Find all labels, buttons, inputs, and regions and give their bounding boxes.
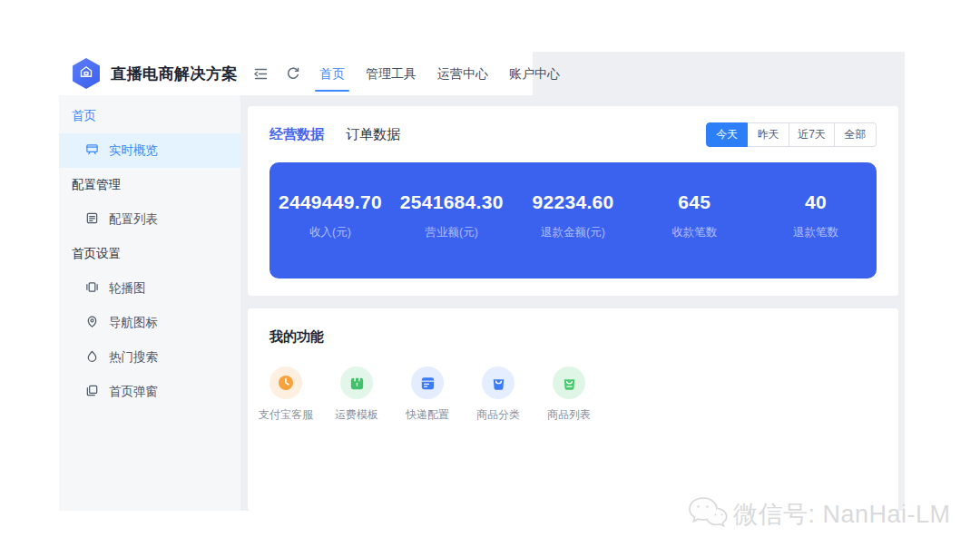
stat-label: 退款金额(元) bbox=[513, 225, 634, 240]
realtime-overview-icon bbox=[85, 142, 99, 159]
stat-label: 退款笔数 bbox=[755, 225, 877, 240]
function-label: 运费模板 bbox=[321, 407, 392, 423]
express-box-icon bbox=[411, 366, 444, 399]
filter-all-button[interactable]: 全部 bbox=[835, 122, 877, 147]
stats-summary-panel: 2449449.70 收入(元) 2541684.30 营业额(元) 92234… bbox=[270, 162, 877, 278]
sidebar-item-carousel[interactable]: 轮播图 bbox=[59, 271, 240, 306]
top-nav-tabs: 首页 管理工具 运营中心 账户中心 bbox=[319, 52, 560, 95]
functions-title: 我的功能 bbox=[270, 328, 877, 346]
function-label: 商品列表 bbox=[534, 407, 604, 423]
my-functions-card: 我的功能 支付宝客服 bbox=[248, 308, 898, 511]
sidebar-item-hot-search[interactable]: 热门搜索 bbox=[59, 340, 240, 375]
stat-value: 92234.60 bbox=[513, 191, 634, 213]
config-list-icon bbox=[85, 211, 99, 228]
nav-pin-icon bbox=[85, 315, 99, 331]
function-label: 快递配置 bbox=[392, 407, 463, 423]
carousel-icon bbox=[85, 280, 99, 297]
stat-payment-count: 645 收款笔数 bbox=[633, 191, 755, 249]
function-shipping-template[interactable]: 运费模板 bbox=[321, 366, 392, 423]
function-label: 支付宝客服 bbox=[250, 407, 321, 423]
stat-label: 收入(元) bbox=[270, 225, 391, 240]
tab-operation-center[interactable]: 运营中心 bbox=[437, 52, 488, 95]
hot-search-icon bbox=[85, 349, 99, 366]
refresh-icon[interactable] bbox=[286, 66, 300, 81]
sidebar-item-home-popup[interactable]: 首页弹窗 bbox=[59, 375, 240, 409]
stat-refund-amount: 92234.60 退款金额(元) bbox=[513, 191, 634, 249]
sidebar-item-realtime-overview[interactable]: 实时概览 bbox=[59, 133, 240, 168]
sidebar-item-label: 首页弹窗 bbox=[109, 384, 158, 400]
bag-icon bbox=[553, 366, 585, 399]
bag-icon bbox=[482, 366, 514, 399]
app-title: 直播电商解决方案 bbox=[111, 64, 238, 84]
date-filter-group: 今天 昨天 近7天 全部 bbox=[706, 122, 877, 147]
stat-refund-count: 40 退款笔数 bbox=[755, 191, 877, 249]
sidebar-group-home-settings[interactable]: 首页设置 bbox=[59, 237, 240, 271]
sidebar-item-label: 配置列表 bbox=[109, 211, 158, 228]
function-label: 商品分类 bbox=[463, 407, 534, 423]
tab-business-data[interactable]: 经营数据 bbox=[270, 126, 324, 143]
stat-value: 2541684.30 bbox=[391, 191, 513, 213]
sidebar-item-label: 轮播图 bbox=[109, 280, 146, 297]
sidebar-group-home[interactable]: 首页 bbox=[59, 99, 240, 133]
top-bar: 直播电商解决方案 首页 管理工具 运营中心 账户中心 bbox=[59, 52, 533, 95]
data-tabs: 经营数据 订单数据 bbox=[270, 126, 400, 143]
sidebar-item-label: 导航图标 bbox=[109, 315, 158, 331]
function-alipay-service[interactable]: 支付宝客服 bbox=[250, 366, 321, 423]
app-window: 直播电商解决方案 首页 管理工具 运营中心 账户中心 bbox=[59, 52, 905, 511]
clock-icon bbox=[270, 366, 302, 399]
function-express-config[interactable]: 快递配置 bbox=[392, 366, 463, 423]
toolbar-icons bbox=[253, 66, 300, 82]
tab-account-center[interactable]: 账户中心 bbox=[509, 52, 560, 95]
function-product-category[interactable]: 商品分类 bbox=[463, 366, 534, 423]
app-logo bbox=[71, 58, 102, 89]
popup-icon bbox=[85, 384, 99, 400]
stat-income: 2449449.70 收入(元) bbox=[270, 191, 391, 249]
filter-yesterday-button[interactable]: 昨天 bbox=[748, 122, 789, 147]
package-icon bbox=[340, 366, 373, 399]
home-hexagon-icon bbox=[79, 64, 93, 83]
data-card-header: 经营数据 订单数据 今天 昨天 近7天 全部 bbox=[248, 106, 898, 162]
stat-label: 收款笔数 bbox=[633, 225, 755, 240]
tab-order-data[interactable]: 订单数据 bbox=[346, 126, 400, 143]
stat-value: 2449449.70 bbox=[270, 191, 391, 213]
tab-management-tools[interactable]: 管理工具 bbox=[366, 52, 416, 95]
sidebar-item-label: 热门搜索 bbox=[109, 349, 158, 366]
filter-last7days-button[interactable]: 近7天 bbox=[789, 122, 835, 147]
stat-turnover: 2541684.30 营业额(元) bbox=[391, 191, 513, 249]
stat-label: 营业额(元) bbox=[391, 225, 513, 240]
sidebar-item-nav-icons[interactable]: 导航图标 bbox=[59, 306, 240, 340]
sidebar-item-config-list[interactable]: 配置列表 bbox=[59, 202, 240, 237]
stat-value: 40 bbox=[755, 191, 877, 213]
sidebar-item-label: 实时概览 bbox=[109, 142, 158, 159]
functions-row: 支付宝客服 运费模板 bbox=[250, 366, 877, 423]
business-data-card: 经营数据 订单数据 今天 昨天 近7天 全部 2449449.70 收入(元) bbox=[248, 106, 898, 296]
function-product-list[interactable]: 商品列表 bbox=[534, 366, 604, 423]
collapse-menu-icon[interactable] bbox=[253, 66, 269, 82]
tab-home[interactable]: 首页 bbox=[319, 52, 345, 95]
page: 直播电商解决方案 首页 管理工具 运营中心 账户中心 bbox=[0, 0, 980, 557]
sidebar: 首页 实时概览 配置管理 配置列表 首页设置 bbox=[59, 95, 240, 511]
filter-today-button[interactable]: 今天 bbox=[706, 122, 748, 147]
stat-value: 645 bbox=[633, 191, 755, 213]
main-content: 经营数据 订单数据 今天 昨天 近7天 全部 2449449.70 收入(元) bbox=[240, 95, 905, 511]
sidebar-group-config-management[interactable]: 配置管理 bbox=[59, 168, 240, 202]
